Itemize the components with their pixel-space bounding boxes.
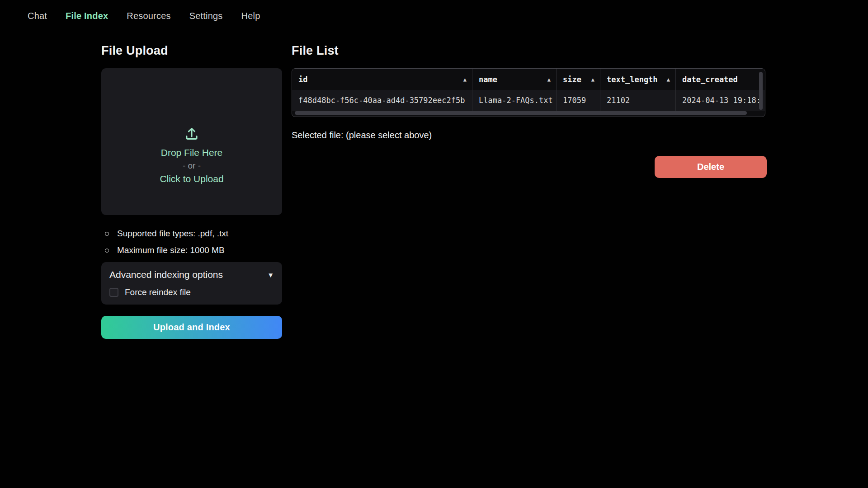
column-label: id: [298, 75, 307, 84]
sort-asc-icon[interactable]: ▲: [591, 76, 594, 83]
upload-and-index-button[interactable]: Upload and Index: [101, 316, 282, 339]
upload-notes: Supported file types: .pdf, .txt Maximum…: [101, 229, 282, 255]
column-label: text_length: [607, 75, 658, 84]
file-table: id▲name▲size▲text_length▲date_created f4…: [292, 68, 765, 117]
table-cell-size[interactable]: 17059: [557, 90, 600, 111]
column-header-name[interactable]: name▲: [472, 69, 557, 90]
or-label: - or -: [183, 161, 201, 171]
accordion-title: Advanced indexing options: [109, 269, 223, 280]
note-text: Maximum file size: 1000 MB: [117, 245, 225, 255]
tab-resources[interactable]: Resources: [127, 11, 170, 21]
bullet-icon: [105, 232, 109, 236]
table-header-row: id▲name▲size▲text_length▲date_created: [292, 69, 765, 90]
tab-file-index[interactable]: File Index: [66, 11, 108, 21]
sort-asc-icon[interactable]: ▲: [667, 76, 670, 83]
advanced-options-accordion: Advanced indexing options ▼ Force reinde…: [101, 262, 282, 305]
table-cell-id[interactable]: f48d48bc-f56c-40aa-ad4d-35792eec2f5b: [292, 90, 472, 111]
column-header-text_length[interactable]: text_length▲: [600, 69, 676, 90]
click-to-upload-link[interactable]: Click to Upload: [160, 174, 223, 184]
table-cell-date_created[interactable]: 2024-04-13 19:18:: [676, 90, 765, 111]
vertical-scrollbar[interactable]: [759, 72, 763, 110]
column-header-id[interactable]: id▲: [292, 69, 472, 90]
delete-button[interactable]: Delete: [655, 156, 767, 178]
force-reindex-checkbox[interactable]: Force reindex file: [109, 287, 274, 297]
dropzone-content: Drop File Here - or - Click to Upload: [160, 126, 223, 184]
accordion-header[interactable]: Advanced indexing options ▼: [109, 269, 274, 280]
tab-settings[interactable]: Settings: [189, 11, 223, 21]
chevron-down-icon: ▼: [267, 271, 274, 279]
drop-file-here-label: Drop File Here: [161, 147, 223, 158]
file-list-section: File List id▲name▲size▲text_length▲date_…: [292, 44, 767, 339]
table-cell-name[interactable]: Llama-2-FAQs.txt: [472, 90, 557, 111]
horizontal-scrollbar[interactable]: [295, 111, 747, 115]
tab-help[interactable]: Help: [241, 11, 260, 21]
column-header-size[interactable]: size▲: [557, 69, 600, 90]
upload-icon: [184, 126, 200, 142]
file-upload-title: File Upload: [101, 44, 282, 58]
checkbox-icon[interactable]: [109, 288, 118, 297]
file-dropzone[interactable]: Drop File Here - or - Click to Upload: [101, 68, 282, 215]
note-text: Supported file types: .pdf, .txt: [117, 229, 228, 239]
selected-file-status: Selected file: (please select above): [292, 130, 767, 141]
sort-asc-icon[interactable]: ▲: [547, 76, 551, 83]
column-label: date_created: [682, 75, 738, 84]
table-cell-text_length[interactable]: 21102: [600, 90, 676, 111]
file-list-title: File List: [292, 44, 767, 58]
delete-button-row: Delete: [292, 156, 767, 178]
sort-asc-icon[interactable]: ▲: [463, 76, 467, 83]
column-label: name: [479, 75, 497, 84]
bullet-icon: [105, 249, 109, 253]
table-row[interactable]: f48d48bc-f56c-40aa-ad4d-35792eec2f5bLlam…: [292, 90, 765, 111]
top-nav: Chat File Index Resources Settings Help: [0, 0, 868, 21]
note-max-size: Maximum file size: 1000 MB: [105, 245, 282, 255]
file-upload-section: File Upload Drop File Here - or - Click …: [101, 44, 282, 339]
column-header-date_created[interactable]: date_created: [676, 69, 765, 90]
force-reindex-label: Force reindex file: [125, 287, 191, 297]
note-supported-types: Supported file types: .pdf, .txt: [105, 229, 282, 239]
tab-chat[interactable]: Chat: [28, 11, 47, 21]
column-label: size: [563, 75, 581, 84]
